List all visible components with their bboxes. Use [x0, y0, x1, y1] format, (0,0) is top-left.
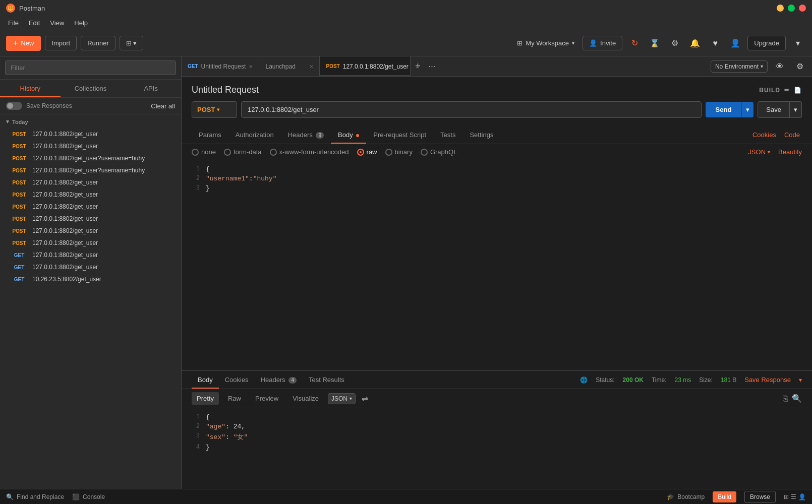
upgrade-button[interactable]: Upgrade: [747, 36, 786, 50]
sidebar-tab-collections[interactable]: Collections: [61, 80, 121, 97]
resp-format-raw[interactable]: Raw: [223, 392, 246, 405]
environment-eye-button[interactable]: 👁: [772, 58, 788, 75]
build-mode-button[interactable]: Build: [713, 491, 736, 502]
tab-launchpad[interactable]: Launchpad ×: [259, 56, 320, 77]
request-body-editor[interactable]: 1{2"username1":"huhy"3}: [182, 160, 812, 370]
url-input[interactable]: [241, 101, 702, 118]
body-option-graphql[interactable]: GraphQL: [421, 148, 457, 156]
body-format-selector[interactable]: JSON ▾: [748, 148, 770, 156]
search-input[interactable]: [5, 60, 176, 75]
req-tab-params[interactable]: Params: [192, 126, 228, 144]
minimize-button[interactable]: [777, 5, 784, 12]
resp-tab-body[interactable]: Body: [192, 371, 219, 389]
list-item[interactable]: POST127.0.0.1:8802/get_user: [6, 201, 175, 213]
save-arrow-button[interactable]: ▾: [790, 101, 802, 118]
list-item[interactable]: POST127.0.0.1:8802/get_user?username=huh…: [6, 152, 175, 164]
list-item[interactable]: GET10.26.23.5:8802/get_user: [6, 273, 175, 285]
body-option-urlencoded[interactable]: x-www-form-urlencoded: [270, 148, 349, 156]
method-selector[interactable]: POST ▾: [192, 101, 237, 118]
upgrade-chevron-icon[interactable]: ▾: [790, 35, 806, 51]
send-arrow-button[interactable]: ▾: [741, 102, 753, 117]
settings-icon[interactable]: ⚙: [667, 35, 683, 51]
layout-button[interactable]: ⊞ ▾: [120, 36, 144, 50]
columns-icon[interactable]: ☰: [791, 493, 796, 500]
body-option-form-data[interactable]: form-data: [224, 148, 262, 156]
resp-format-preview[interactable]: Preview: [250, 392, 283, 405]
resp-format-pretty[interactable]: Pretty: [192, 392, 219, 405]
new-button[interactable]: + New: [6, 36, 41, 51]
list-item[interactable]: POST127.0.0.1:8802/get_user: [6, 213, 175, 225]
req-tab-headers[interactable]: Headers 9: [281, 126, 331, 144]
menu-edit[interactable]: Edit: [25, 18, 44, 28]
req-tab-settings[interactable]: Settings: [462, 126, 500, 144]
runner-button[interactable]: Runner: [81, 36, 115, 50]
sidebar-tab-history[interactable]: History: [0, 80, 61, 97]
body-option-raw[interactable]: raw: [357, 148, 377, 156]
code-link[interactable]: Code: [784, 131, 800, 139]
today-section-title[interactable]: ▾ Today: [6, 118, 175, 125]
list-item[interactable]: POST127.0.0.1:8802/get_user: [6, 140, 175, 152]
save-response-chevron[interactable]: ▾: [799, 376, 802, 384]
environment-selector[interactable]: No Environment ▾: [711, 60, 768, 73]
list-item[interactable]: POST127.0.0.1:8802/get_user: [6, 128, 175, 140]
menu-view[interactable]: View: [46, 18, 68, 28]
send-button[interactable]: Send: [706, 102, 742, 117]
req-tab-pre-request[interactable]: Pre-request Script: [366, 126, 433, 144]
cookies-link[interactable]: Cookies: [752, 131, 776, 139]
req-tab-authorization[interactable]: Authorization: [228, 126, 281, 144]
environment-settings-button[interactable]: ⚙: [792, 58, 808, 75]
save-responses-toggle[interactable]: Save Responses: [6, 102, 72, 110]
req-tab-body[interactable]: Body: [331, 126, 366, 144]
user-icon[interactable]: 👤: [798, 493, 806, 500]
save-responses-switch[interactable]: [6, 102, 22, 110]
sync-button[interactable]: ↻: [626, 35, 643, 51]
save-response-button[interactable]: Save Response: [744, 376, 791, 384]
list-item[interactable]: GET127.0.0.1:8802/get_user: [6, 249, 175, 261]
sidebar-tab-apis[interactable]: APIs: [121, 80, 181, 97]
wrap-button[interactable]: ⇌: [362, 394, 368, 403]
resp-format-selector[interactable]: JSON ▾: [328, 393, 356, 404]
tab-post-request[interactable]: POST 127.0.0.1:8802/get_user ×: [320, 56, 411, 77]
tab-untitled-request[interactable]: GET Untitled Request ×: [182, 56, 259, 77]
resp-tab-headers[interactable]: Headers 4: [255, 371, 303, 389]
menu-file[interactable]: File: [4, 18, 23, 28]
menu-help[interactable]: Help: [70, 18, 92, 28]
beautify-button[interactable]: Beautify: [778, 148, 802, 156]
find-replace-button[interactable]: 🔍 Find and Replace: [6, 493, 64, 500]
body-option-none[interactable]: none: [192, 148, 216, 156]
more-tabs-button[interactable]: ···: [425, 59, 439, 74]
clear-all-button[interactable]: Clear all: [151, 102, 175, 110]
resp-tab-cookies[interactable]: Cookies: [219, 371, 255, 389]
resp-tab-test-results[interactable]: Test Results: [303, 371, 351, 389]
list-item[interactable]: POST127.0.0.1:8802/get_user: [6, 225, 175, 237]
import-button[interactable]: Import: [45, 36, 77, 50]
req-tab-tests[interactable]: Tests: [433, 126, 462, 144]
resp-format-visualize[interactable]: Visualize: [287, 392, 324, 405]
tab-close-icon[interactable]: ×: [309, 62, 313, 71]
invite-button[interactable]: 👤 Invite: [583, 36, 622, 50]
list-item[interactable]: GET127.0.0.1:8802/get_user: [6, 261, 175, 273]
workspace-selector[interactable]: ⊞ My Workspace ▾: [512, 36, 579, 50]
heart-icon[interactable]: ♥: [707, 35, 723, 51]
list-item[interactable]: POST127.0.0.1:8802/get_user: [6, 237, 175, 249]
console-button[interactable]: ⬛ Console: [72, 493, 105, 500]
list-item[interactable]: POST127.0.0.1:8802/get_user: [6, 188, 175, 201]
search-button[interactable]: 🔍: [792, 394, 802, 403]
close-button[interactable]: [799, 5, 806, 12]
list-item[interactable]: POST127.0.0.1:8802/get_user: [6, 176, 175, 188]
notifications-icon[interactable]: 🔔: [687, 35, 703, 51]
maximize-button[interactable]: [788, 5, 795, 12]
grid-icon[interactable]: ⊞: [784, 493, 789, 500]
build-button[interactable]: BUILD ✏ 📄: [759, 87, 802, 94]
save-button[interactable]: Save: [758, 101, 790, 118]
body-option-binary[interactable]: binary: [385, 148, 413, 156]
bootcamp-button[interactable]: 🎓 Bootcamp: [667, 493, 705, 500]
history-section: ▾ Today POST127.0.0.1:8802/get_userPOST1…: [0, 114, 181, 289]
avatar[interactable]: 👤: [727, 35, 743, 51]
copy-button[interactable]: ⎘: [783, 394, 788, 403]
tab-close-icon[interactable]: ×: [249, 62, 253, 71]
tab-close-icon[interactable]: ×: [416, 62, 420, 71]
list-item[interactable]: POST127.0.0.1:8802/get_user?username=huh…: [6, 164, 175, 176]
browse-mode-button[interactable]: Browse: [744, 491, 776, 503]
history-icon[interactable]: ⌛: [647, 35, 663, 51]
